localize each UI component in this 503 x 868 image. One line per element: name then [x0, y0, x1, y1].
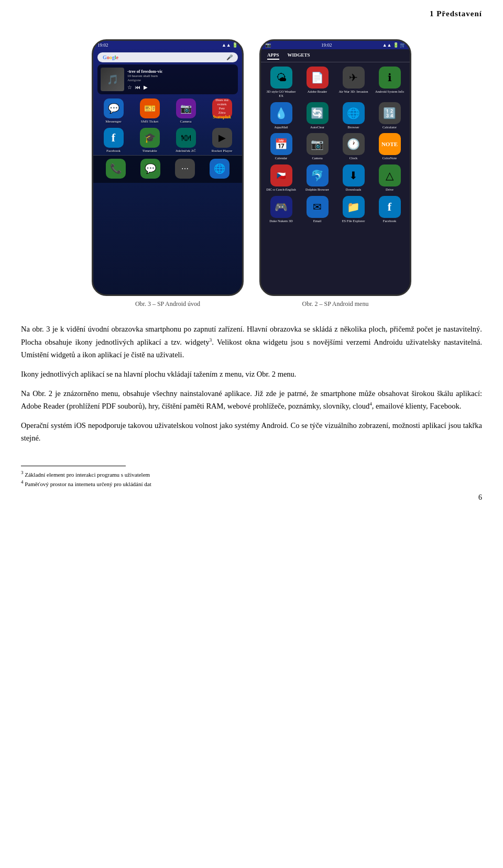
- phone2-caption: Obr. 2 – SP Android menu: [302, 300, 369, 308]
- star-icon: ☆: [127, 84, 132, 90]
- phone1-time: 19:02: [97, 42, 108, 48]
- drawer-app-email: ✉ Email: [299, 194, 335, 225]
- airwar-icon: ✈: [343, 67, 365, 89]
- aquamail-label: AquaMail: [274, 125, 288, 129]
- phone2-signals: ▲▲ 🔋 🛒: [382, 42, 406, 48]
- camera2-icon: 📷: [307, 133, 329, 155]
- phone2-frame: 📷 19:02 ▲▲ 🔋 🛒 APPS WIDGETS 🌤 3D style G…: [259, 39, 411, 296]
- phone2-time: 19:02: [321, 42, 332, 48]
- esfile-icon: 📁: [343, 196, 365, 218]
- airwar-label: Air War 3D: Invasion: [338, 90, 368, 94]
- browser2-label: Browser: [347, 125, 359, 129]
- prev-icon: ⏮: [135, 84, 140, 90]
- sms-ticket-label: SMS Ticket: [141, 119, 158, 124]
- footnote-divider: [21, 466, 126, 466]
- drawer-app-calculator: 🔢 Calculator: [371, 100, 408, 131]
- sysinfo-label: Android System Info: [375, 90, 404, 94]
- drawer-app-colornote: NOTE ColorNote: [371, 131, 408, 162]
- colornote-label: ColorNote: [382, 156, 397, 160]
- calendar2-icon: 📅: [270, 133, 292, 155]
- calendar-widget-icon: Dnes má svátekPetrZítra Svatopluk: [212, 98, 232, 118]
- drawer-app-facebook2: f Facebook: [371, 194, 408, 225]
- dolphin-icon: 🐬: [307, 164, 329, 186]
- duke-label: Duke Nukem 3D: [269, 219, 292, 223]
- app-grid: 🌤 3D style GO Weather EX 📄 Adobe Reader …: [261, 62, 410, 227]
- images-section: 19:02 ▲▲ 🔋 Google 🎤 🎵 -tree of freedom-v…: [21, 39, 482, 308]
- dolphin-label: Dolphin Browser: [305, 188, 329, 192]
- phone2-status-bar: 📷 19:02 ▲▲ 🔋 🛒: [261, 41, 410, 49]
- drawer-app-airwar: ✈ Air War 3D: Invasion: [335, 64, 371, 100]
- drawer-app-clock: 🕐 Clock: [335, 131, 371, 162]
- drawer-app-autoclear: 🔄 AutoClear: [299, 100, 335, 131]
- tab-widgets[interactable]: WIDGETS: [288, 51, 310, 60]
- music-artist: Antigone: [127, 78, 235, 82]
- music-info: -tree of freedom-vic 10 heaven shall bur…: [127, 69, 235, 90]
- chapter-title: 1 Představení: [430, 9, 482, 18]
- duke-icon: 🎮: [270, 196, 292, 218]
- drive-label: Drive: [386, 188, 393, 192]
- aquamail-icon: 💧: [270, 102, 292, 124]
- drawer-app-dolphin: 🐬 Dolphin Browser: [299, 162, 335, 194]
- phone1-container: 19:02 ▲▲ 🔋 Google 🎤 🎵 -tree of freedom-v…: [92, 39, 244, 308]
- play-icon: ▶: [144, 84, 148, 90]
- footnote4-number: 4: [21, 479, 24, 485]
- page-number: 6: [21, 493, 482, 502]
- email-label: Email: [313, 219, 322, 223]
- google-logo: Google: [103, 54, 118, 60]
- drawer-app-sysinfo: ℹ Android System Info: [371, 64, 408, 100]
- phone2-screen: 📷 19:02 ▲▲ 🔋 🛒 APPS WIDGETS 🌤 3D style G…: [261, 41, 410, 294]
- drawer-app-duke: 🎮 Duke Nukem 3D: [263, 194, 299, 225]
- facebook2-label: Facebook: [383, 219, 396, 223]
- phone2-container: 📷 19:02 ▲▲ 🔋 🛒 APPS WIDGETS 🌤 3D style G…: [259, 39, 411, 308]
- paragraph-4: Operační systém iOS nepodporuje takovou …: [21, 419, 482, 445]
- footnote3-number: 3: [21, 470, 24, 475]
- para3-end: , emailové klienty, Facebook.: [372, 402, 462, 410]
- downloads-icon: ⬇: [343, 164, 365, 186]
- drawer-app-calendar: 📅 Calendar: [263, 131, 299, 162]
- calculator-label: Calculator: [382, 125, 397, 129]
- messenger-label: Messenger: [105, 119, 121, 124]
- messages-icon: 💬: [140, 159, 160, 179]
- dic-icon: 🇨🇿: [270, 164, 292, 186]
- footnote-4: 4 Paměťový prostor na internetu určený p…: [21, 479, 482, 488]
- messenger-icon: 💬: [104, 98, 124, 118]
- drawer-app-browser: 🌐 Browser: [335, 100, 371, 131]
- dic-label: DIC-o Czech-English: [266, 188, 296, 192]
- adobe-icon: 📄: [307, 67, 329, 89]
- mic-icon: 🎤: [226, 54, 233, 60]
- app-rocket: ▶ Rocket Player: [206, 128, 238, 153]
- phone1-app-row2: f Facebook 🎓 Timetable 🍽 Jídelníček ZČ ▶…: [93, 126, 242, 155]
- rocket-label: Rocket Player: [212, 149, 232, 153]
- app-messenger: 💬 Messenger: [98, 98, 129, 124]
- goweather-icon: 🌤: [270, 67, 292, 89]
- paragraph-3: Na Obr. 2 je znázorněno menu, obsahuje v…: [21, 387, 482, 413]
- phone1-screen: 19:02 ▲▲ 🔋 Google 🎤 🎵 -tree of freedom-v…: [93, 41, 242, 294]
- paragraph-2: Ikony jednotlivých aplikací se na hlavní…: [21, 368, 482, 381]
- app-timetable: 🎓 Timetable: [134, 128, 166, 153]
- dock-browser: 🌐: [204, 159, 235, 179]
- app-calendar-widget: Dnes má svátekPetrZítra Svatopluk: [206, 98, 238, 124]
- phone1-signals: ▲▲ 🔋: [222, 42, 238, 48]
- drawer-tabs: APPS WIDGETS: [261, 49, 410, 62]
- camera-label: Camera: [180, 119, 192, 124]
- email-icon: ✉: [307, 196, 329, 218]
- camera2-label: Camera: [312, 156, 322, 160]
- phone1-frame: 19:02 ▲▲ 🔋 Google 🎤 🎵 -tree of freedom-v…: [92, 39, 244, 296]
- music-card: 🎵 -tree of freedom-vic 10 heaven shall b…: [97, 64, 238, 94]
- dock-phone: 📞: [100, 159, 132, 179]
- drawer-app-adobe: 📄 Adobe Reader: [299, 64, 335, 100]
- browser-icon: 🌐: [210, 159, 229, 179]
- facebook-icon: f: [104, 128, 124, 148]
- drawer-app-esfile: 📁 ES File Explorer: [335, 194, 371, 225]
- phone1-app-row1: 💬 Messenger 🎫 SMS Ticket 📷 Camera: [93, 96, 242, 126]
- timetable-label: Timetable: [142, 149, 157, 153]
- timetable-icon: 🎓: [140, 128, 160, 148]
- facebook2-icon: f: [379, 196, 401, 218]
- app-facebook: f Facebook: [98, 128, 129, 153]
- footnote-3: 3 Základní element pro interakci program…: [21, 469, 482, 479]
- colornote-icon: NOTE: [379, 133, 401, 155]
- tab-apps[interactable]: APPS: [267, 51, 279, 60]
- apps-icon: ⋯: [175, 159, 195, 179]
- drive-icon: △: [379, 164, 401, 186]
- autoclear-icon: 🔄: [307, 102, 329, 124]
